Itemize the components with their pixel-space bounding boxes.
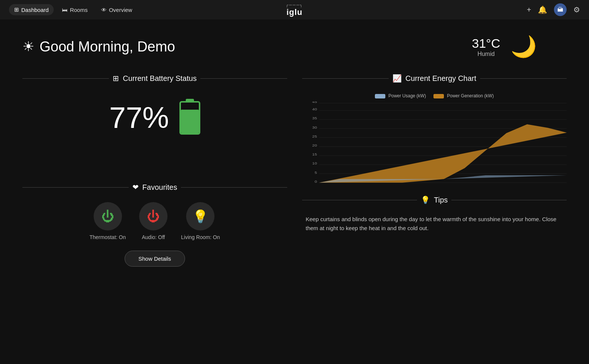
usage-legend-label: Power Usage (kW) bbox=[388, 93, 426, 98]
nav-dashboard-label: Dashboard bbox=[21, 7, 48, 13]
nav-rooms[interactable]: 🛏 Rooms bbox=[57, 4, 93, 15]
energy-chart-title: Current Energy Chart bbox=[405, 74, 476, 83]
legend-usage: Power Usage (kW) bbox=[375, 93, 426, 98]
audio-power-icon: ⏻ bbox=[147, 209, 160, 224]
svg-text:35: 35 bbox=[312, 117, 317, 120]
energy-chart-header: 📈 Current Energy Chart bbox=[302, 74, 567, 83]
favourites-panel: ❤ Favourites ⏻ Thermostat: On ⏻ Aud bbox=[22, 183, 287, 267]
usage-legend-dot bbox=[375, 94, 385, 98]
livingroom-button[interactable]: 💡 bbox=[186, 202, 214, 230]
chart-area: 0 5 10 15 20 25 30 35 40 45 bbox=[302, 101, 567, 183]
svg-text:40: 40 bbox=[312, 107, 317, 111]
weather-temp: 31°C Humid bbox=[472, 36, 500, 57]
main-content: ☀ Good Morning, Demo 31°C Humid 🌙 ⊞ Curr… bbox=[0, 19, 589, 282]
svg-text:5: 5 bbox=[314, 171, 317, 175]
favourites-title: Favourites bbox=[142, 183, 177, 192]
nav-dashboard[interactable]: ⊞ Dashboard bbox=[9, 4, 54, 15]
tips-header: 💡 Tips bbox=[302, 195, 567, 204]
battery-percentage: 77% bbox=[109, 101, 169, 135]
generation-area bbox=[319, 124, 567, 183]
greeting-row: ☀ Good Morning, Demo 31°C Humid 🌙 bbox=[22, 34, 567, 59]
svg-text:45: 45 bbox=[312, 101, 317, 104]
settings-icon[interactable]: ⚙ bbox=[573, 5, 580, 14]
svg-text:20: 20 bbox=[312, 144, 317, 147]
svg-text:30: 30 bbox=[312, 126, 317, 129]
bell-icon[interactable]: 🔔 bbox=[538, 5, 547, 14]
fav-audio: ⏻ Audio: Off bbox=[139, 202, 167, 240]
battery-panel: ⊞ Current Battery Status 77% bbox=[22, 74, 287, 171]
battery-header-icon: ⊞ bbox=[113, 74, 119, 83]
battery-display: 77% bbox=[22, 101, 287, 135]
show-details-button[interactable]: Show Details bbox=[125, 251, 185, 267]
nav-left: ⊞ Dashboard 🛏 Rooms 👁 Overview bbox=[9, 4, 137, 15]
fav-thermostat: ⏻ Thermostat: On bbox=[90, 202, 126, 240]
left-column: ⊞ Current Battery Status 77% ❤ Favourite… bbox=[22, 74, 287, 267]
thermostat-label: Thermostat: On bbox=[90, 234, 126, 240]
navbar: ⊞ Dashboard 🛏 Rooms 👁 Overview ╭───╮ igl… bbox=[0, 0, 589, 19]
energy-svg: 0 5 10 15 20 25 30 35 40 45 bbox=[302, 101, 567, 183]
weather-widget: 31°C Humid 🌙 bbox=[472, 34, 537, 59]
weather-icon: 🌙 bbox=[511, 34, 537, 59]
generation-legend-label: Power Generation (kW) bbox=[447, 93, 494, 98]
svg-text:0: 0 bbox=[314, 180, 317, 183]
svg-text:15: 15 bbox=[312, 153, 317, 156]
tips-title: Tips bbox=[434, 196, 448, 204]
legend-generation: Power Generation (kW) bbox=[433, 93, 494, 98]
heart-icon: ❤ bbox=[132, 183, 139, 192]
generation-legend-dot bbox=[433, 94, 444, 98]
nav-right: + 🔔 🏔 ⚙ bbox=[527, 3, 580, 16]
livingroom-label: Living Room: On bbox=[181, 234, 220, 240]
temperature: 31°C bbox=[472, 36, 500, 51]
audio-button[interactable]: ⏻ bbox=[139, 202, 167, 230]
battery-icon bbox=[179, 101, 200, 135]
thermostat-power-icon: ⏻ bbox=[101, 209, 114, 224]
logo-arc: ╭───╮ bbox=[286, 3, 303, 7]
thermostat-button[interactable]: ⏻ bbox=[94, 202, 122, 230]
chart-icon: 📈 bbox=[392, 74, 402, 83]
svg-text:10: 10 bbox=[312, 162, 317, 166]
tips-bulb-icon: 💡 bbox=[421, 195, 430, 204]
tips-text: Keep curtains and blinds open during the… bbox=[302, 215, 567, 233]
greeting: ☀ Good Morning, Demo bbox=[22, 39, 175, 55]
sun-icon: ☀ bbox=[22, 39, 34, 54]
nav-rooms-label: Rooms bbox=[70, 7, 88, 13]
nav-logo: ╭───╮ iglu bbox=[286, 3, 303, 17]
battery-header: ⊞ Current Battery Status bbox=[22, 74, 287, 83]
audio-label: Audio: Off bbox=[142, 234, 165, 240]
favourites-header: ❤ Favourites bbox=[22, 183, 287, 192]
fav-livingroom: 💡 Living Room: On bbox=[181, 202, 220, 240]
battery-fill bbox=[181, 110, 199, 133]
two-column-layout: ⊞ Current Battery Status 77% ❤ Favourite… bbox=[22, 74, 567, 267]
favourites-items: ⏻ Thermostat: On ⏻ Audio: Off 💡 bbox=[22, 202, 287, 240]
chart-legend: Power Usage (kW) Power Generation (kW) bbox=[302, 93, 567, 98]
logo-text: iglu bbox=[286, 7, 303, 17]
livingroom-light-icon: 💡 bbox=[192, 209, 208, 224]
tips-panel: 💡 Tips Keep curtains and blinds open dur… bbox=[302, 195, 567, 233]
add-icon[interactable]: + bbox=[527, 6, 531, 14]
weather-condition: Humid bbox=[472, 51, 500, 57]
overview-icon: 👁 bbox=[101, 7, 107, 13]
svg-text:25: 25 bbox=[312, 135, 317, 138]
greeting-text: Good Morning, Demo bbox=[40, 39, 175, 55]
energy-chart-panel: 📈 Current Energy Chart Power Usage (kW) … bbox=[302, 74, 567, 183]
battery-title: Current Battery Status bbox=[123, 74, 197, 83]
rooms-icon: 🛏 bbox=[62, 7, 68, 13]
avatar[interactable]: 🏔 bbox=[554, 3, 567, 16]
dashboard-icon: ⊞ bbox=[14, 6, 19, 13]
nav-overview[interactable]: 👁 Overview bbox=[96, 4, 138, 15]
right-column: 📈 Current Energy Chart Power Usage (kW) … bbox=[302, 74, 567, 267]
nav-overview-label: Overview bbox=[109, 7, 132, 13]
